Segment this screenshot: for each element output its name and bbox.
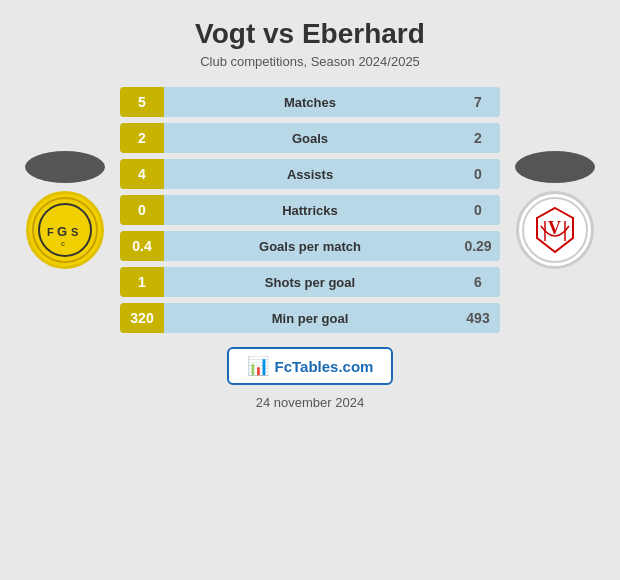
stat-left-value: 2 bbox=[120, 123, 164, 153]
left-oval-decoration bbox=[25, 151, 105, 183]
svg-text:G: G bbox=[57, 224, 67, 239]
stat-right-value: 6 bbox=[456, 267, 500, 297]
stat-row-inner: 1Shots per goal6 bbox=[120, 267, 500, 297]
svg-text:c: c bbox=[61, 239, 65, 248]
stat-row-inner: 0.4Goals per match0.29 bbox=[120, 231, 500, 261]
svg-text:F: F bbox=[47, 226, 54, 238]
right-team-badge-svg: V bbox=[521, 196, 589, 264]
stats-area: 5Matches72Goals24Assists00Hattricks00.4G… bbox=[120, 87, 500, 333]
stat-label: Shots per goal bbox=[164, 275, 456, 290]
stat-row-inner: 5Matches7 bbox=[120, 87, 500, 117]
match-title: Vogt vs Eberhard bbox=[195, 18, 425, 50]
stat-label: Matches bbox=[164, 95, 456, 110]
stat-row-inner: 2Goals2 bbox=[120, 123, 500, 153]
stat-right-value: 0 bbox=[456, 195, 500, 225]
stat-row: 5Matches7 bbox=[120, 87, 500, 117]
stat-label: Goals per match bbox=[164, 239, 456, 254]
watermark-icon: 📊 bbox=[247, 355, 269, 377]
stat-right-value: 7 bbox=[456, 87, 500, 117]
stat-left-value: 0 bbox=[120, 195, 164, 225]
stat-left-value: 1 bbox=[120, 267, 164, 297]
stat-left-value: 0.4 bbox=[120, 231, 164, 261]
stat-row-inner: 320Min per goal493 bbox=[120, 303, 500, 333]
left-team-logo: F G S c bbox=[26, 191, 104, 269]
stat-left-value: 320 bbox=[120, 303, 164, 333]
left-team-badge-svg: F G S c bbox=[31, 196, 99, 264]
stat-label: Hattricks bbox=[164, 203, 456, 218]
match-date: 24 november 2024 bbox=[256, 395, 364, 410]
stat-label: Goals bbox=[164, 131, 456, 146]
stat-row: 2Goals2 bbox=[120, 123, 500, 153]
page-container: Vogt vs Eberhard Club competitions, Seas… bbox=[0, 0, 620, 580]
stat-right-value: 0.29 bbox=[456, 231, 500, 261]
stat-row: 0.4Goals per match0.29 bbox=[120, 231, 500, 261]
right-oval-decoration bbox=[515, 151, 595, 183]
match-subtitle: Club competitions, Season 2024/2025 bbox=[200, 54, 420, 69]
svg-text:S: S bbox=[71, 226, 78, 238]
stat-left-value: 4 bbox=[120, 159, 164, 189]
watermark-text: FcTables.com bbox=[275, 358, 374, 375]
stat-label: Min per goal bbox=[164, 311, 456, 326]
stat-row: 320Min per goal493 bbox=[120, 303, 500, 333]
stat-left-value: 5 bbox=[120, 87, 164, 117]
stat-row-inner: 0Hattricks0 bbox=[120, 195, 500, 225]
stat-label: Assists bbox=[164, 167, 456, 182]
stat-row-inner: 4Assists0 bbox=[120, 159, 500, 189]
stat-row: 1Shots per goal6 bbox=[120, 267, 500, 297]
right-team-logo-area: V bbox=[500, 151, 610, 269]
right-team-logo: V bbox=[516, 191, 594, 269]
stat-right-value: 493 bbox=[456, 303, 500, 333]
watermark: 📊 FcTables.com bbox=[227, 347, 394, 385]
stat-right-value: 2 bbox=[456, 123, 500, 153]
stat-right-value: 0 bbox=[456, 159, 500, 189]
left-team-logo-area: F G S c bbox=[10, 151, 120, 269]
main-area: F G S c 5Matches72Goals24Assists00Hattri… bbox=[10, 87, 610, 333]
stat-row: 0Hattricks0 bbox=[120, 195, 500, 225]
stat-row: 4Assists0 bbox=[120, 159, 500, 189]
